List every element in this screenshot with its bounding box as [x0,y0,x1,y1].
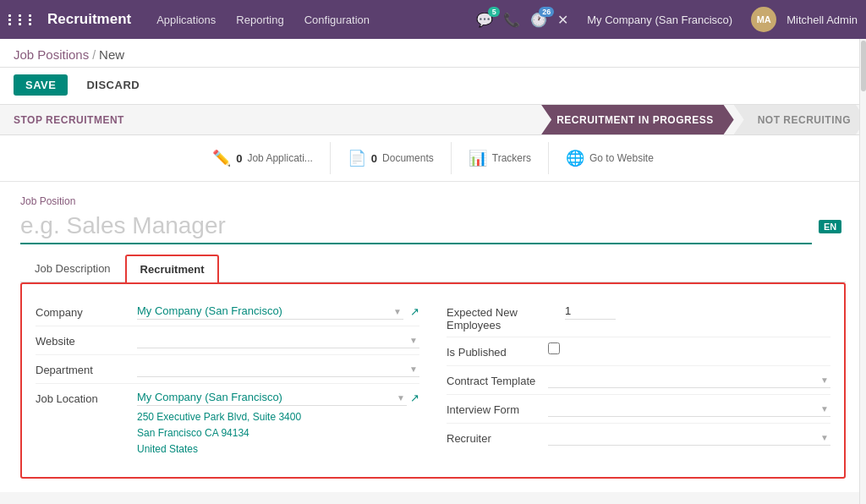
tab-job-description[interactable]: Job Description [20,255,125,282]
nav-reporting[interactable]: Reporting [227,10,292,30]
left-column: Company ▼ ↗ Website [36,298,419,463]
scrollbar-thumb[interactable] [861,41,866,91]
action-bar: SAVE DISCARD [0,68,866,105]
job-location-label: Job Location [36,389,137,405]
stage-in-progress[interactable]: RECRUITMENT IN PROGRESS [541,105,734,134]
recruitment-section: Company ▼ ↗ Website [20,282,846,479]
department-value: ▼ [137,360,419,377]
trackers-button[interactable]: 📊 Trackers [452,142,549,174]
interview-form-value: ▼ [548,400,830,417]
top-navigation: Recruitment Applications Reporting Confi… [0,0,866,39]
contract-template-value: ▼ [548,371,830,388]
language-badge: EN [819,220,841,233]
job-location-input[interactable] [137,389,407,406]
go-to-website-button[interactable]: 🌐 Go to Website [549,142,671,174]
chat-badge: 5 [488,7,500,17]
recruiter-field-row: Recruiter ▼ [447,424,830,452]
stop-recruitment-button[interactable]: STOP RECRUITMENT [0,105,541,134]
interview-form-input[interactable] [548,400,830,417]
contract-template-label: Contract Template [447,371,548,387]
address-line2: San Francisco CA 94134 [137,425,301,441]
recruiter-value: ▼ [548,429,830,446]
department-field-row: Department ▼ [36,355,419,384]
recruiter-input[interactable] [548,429,830,446]
is-published-checkbox[interactable] [548,342,560,354]
document-icon: 📄 [348,149,366,167]
expected-employees-field-row: Expected NewEmployees [447,298,830,337]
applications-label: Job Applicati... [247,152,312,164]
documents-label: Documents [382,152,434,164]
tab-recruitment[interactable]: Recruitment [125,255,220,282]
documents-count: 0 [371,152,377,165]
breadcrumb-parent[interactable]: Job Positions [14,47,89,62]
job-location-value: ▼ ↗ 250 Executive Park Blvd, Suite 3400 … [137,389,419,458]
job-position-field: Job Position EN [20,195,846,244]
website-input[interactable] [137,331,419,348]
username: Mitchell Admin [787,14,858,26]
company-input[interactable] [137,303,403,320]
recruitment-form-grid: Company ▼ ↗ Website [36,298,830,463]
chat-icon[interactable]: 💬 5 [476,12,493,28]
documents-button[interactable]: 📄 0 Documents [331,142,452,174]
job-applications-button[interactable]: ✏️ 0 Job Applicati... [195,142,331,174]
website-value: ▼ [137,331,419,348]
interview-form-label: Interview Form [447,400,548,416]
is-published-field-row: Is Published [447,337,830,366]
form-tabs: Job Description Recruitment [20,255,846,282]
save-button[interactable]: SAVE [14,74,68,96]
nav-configuration[interactable]: Configuration [296,10,378,30]
nav-applications[interactable]: Applications [148,10,224,30]
applications-count: 0 [236,152,242,165]
company-external-link-icon[interactable]: ↗ [410,305,419,318]
scrollbar[interactable] [859,39,866,504]
interview-form-field-row: Interview Form ▼ [447,395,830,424]
breadcrumb-current: New [99,47,124,62]
company-value: ▼ ↗ [137,303,419,320]
phone-icon[interactable]: 📞 [503,12,520,28]
contract-template-field-row: Contract Template ▼ [447,366,830,395]
job-location-external-link-icon[interactable]: ↗ [410,392,419,404]
activity-badge: 26 [539,7,554,17]
chart-icon: 📊 [469,149,487,167]
apps-menu-button[interactable] [8,14,37,25]
address-line3: United States [137,441,301,457]
website-label: Go to Website [589,152,654,164]
status-bar: STOP RECRUITMENT RECRUITMENT IN PROGRESS… [0,105,866,135]
company-label: Company [36,303,137,319]
address-line1: 250 Executive Park Blvd, Suite 3400 [137,409,301,425]
job-location-field-row: Job Location ▼ ↗ 250 Executive Park Blv [36,384,419,463]
trackers-label: Trackers [492,152,531,164]
discard-button[interactable]: DISCARD [74,74,151,96]
company-name: My Company (San Francisco) [587,14,732,26]
edit-icon: ✏️ [212,149,231,167]
right-column: Expected NewEmployees Is Published [447,298,830,463]
department-label: Department [36,360,137,376]
breadcrumb: Job Positions / New [0,39,866,68]
app-brand: Recruitment [47,11,131,28]
is-published-value [548,342,830,354]
main-content: ✏️ 0 Job Applicati... 📄 0 Documents 📊 Tr… [0,135,866,492]
expected-employees-input[interactable] [565,303,616,320]
job-position-label: Job Position [20,195,846,207]
department-input[interactable] [137,360,419,377]
globe-icon: 🌐 [566,149,584,167]
job-position-input[interactable] [20,209,812,244]
recruiter-label: Recruiter [447,429,548,445]
contract-template-input[interactable] [548,371,830,388]
workflow-stages: RECRUITMENT IN PROGRESS NOT RECRUITING [541,105,866,134]
website-field-row: Website ▼ [36,326,419,355]
activity-icon[interactable]: 🕐 26 [530,12,547,28]
website-label: Website [36,331,137,348]
form-area: Job Position EN Job Description Recruitm… [0,182,866,492]
smart-buttons-bar: ✏️ 0 Job Applicati... 📄 0 Documents 📊 Tr… [0,135,866,182]
expected-employees-value [565,303,830,320]
is-published-label: Is Published [447,342,548,359]
expected-employees-label: Expected NewEmployees [447,303,565,331]
settings-icon[interactable]: ✕ [557,12,568,28]
company-field-row: Company ▼ ↗ [36,298,419,326]
job-location-address: 250 Executive Park Blvd, Suite 3400 San … [137,409,301,458]
stage-not-recruiting[interactable]: NOT RECRUITING [734,105,866,134]
user-avatar[interactable]: MA [751,7,776,32]
breadcrumb-separator: / [92,48,96,62]
